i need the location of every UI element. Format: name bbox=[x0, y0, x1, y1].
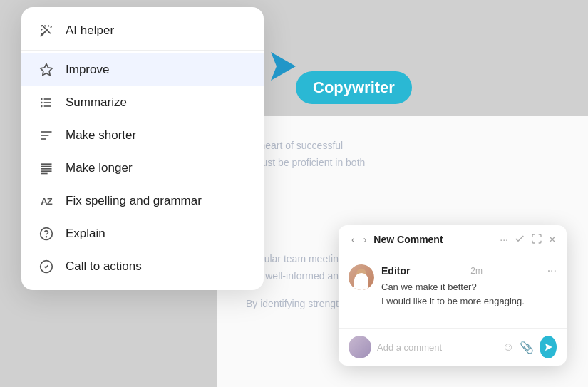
expand-icon[interactable] bbox=[531, 233, 542, 247]
menu-item-ai-helper[interactable]: AI helper bbox=[21, 14, 264, 47]
menu-item-make-longer[interactable]: Make longer bbox=[21, 152, 264, 185]
make-longer-label: Make longer bbox=[66, 161, 133, 175]
summarize-label: Summarize bbox=[66, 96, 127, 110]
improve-label: Improve bbox=[66, 63, 109, 77]
prev-comment-button[interactable]: ‹ bbox=[349, 232, 358, 247]
ai-menu-dropdown: AI helper Improve Summarize bbox=[21, 7, 264, 290]
question-icon bbox=[38, 226, 54, 242]
comment-header-actions: ··· ✕ bbox=[500, 233, 557, 247]
check-circle-icon bbox=[38, 259, 54, 274]
comment-input-area: ☺ 📎 bbox=[339, 328, 567, 366]
avatar bbox=[349, 264, 374, 290]
next-comment-button[interactable]: › bbox=[361, 232, 370, 247]
comment-entry: Editor 2m ··· Can we make it better?I wo… bbox=[349, 264, 557, 308]
svg-line-1 bbox=[41, 29, 48, 36]
lines-icon bbox=[38, 128, 54, 143]
ai-helper-label: AI helper bbox=[66, 24, 114, 38]
make-shorter-label: Make shorter bbox=[66, 128, 136, 143]
menu-item-improve[interactable]: Improve bbox=[21, 53, 264, 86]
emoji-icon[interactable]: ☺ bbox=[502, 341, 514, 354]
comment-panel: ‹ › New Comment ··· ✕ bbox=[339, 225, 567, 366]
comment-input-icons: ☺ 📎 bbox=[502, 341, 534, 354]
comment-more-icon[interactable]: ··· bbox=[547, 264, 557, 277]
reply-avatar bbox=[349, 336, 371, 358]
check-icon[interactable] bbox=[514, 233, 525, 247]
attachment-icon[interactable]: 📎 bbox=[520, 341, 534, 354]
avatar-figure bbox=[354, 273, 368, 290]
close-icon[interactable]: ✕ bbox=[548, 234, 557, 245]
fix-spelling-label: Fix spelling and grammar bbox=[66, 194, 202, 208]
comment-panel-header: ‹ › New Comment ··· ✕ bbox=[339, 225, 567, 254]
wand-icon bbox=[38, 23, 54, 38]
list-bullet-icon bbox=[38, 95, 54, 110]
copywriter-badge: Copywriter bbox=[296, 71, 412, 104]
lines-dense-icon bbox=[38, 160, 54, 176]
svg-marker-0 bbox=[271, 52, 296, 81]
menu-item-explain[interactable]: Explain bbox=[21, 217, 264, 250]
az-icon: AZ bbox=[38, 193, 54, 209]
svg-marker-20 bbox=[545, 344, 552, 351]
menu-item-call-to-actions[interactable]: Call to actions bbox=[21, 250, 264, 283]
comment-navigation: ‹ › bbox=[349, 232, 369, 247]
copywriter-label: Copywriter bbox=[313, 78, 395, 96]
star-icon bbox=[38, 62, 54, 78]
doc-para-1: he heart of successfuls must be proficie… bbox=[246, 138, 559, 239]
menu-item-fix-spelling[interactable]: AZ Fix spelling and grammar bbox=[21, 185, 264, 217]
comment-body: Editor 2m ··· Can we make it better?I wo… bbox=[339, 254, 567, 328]
more-options-icon[interactable]: ··· bbox=[500, 234, 508, 245]
comment-time: 2m bbox=[470, 266, 483, 276]
call-to-actions-label: Call to actions bbox=[66, 259, 142, 274]
avatar-image bbox=[349, 264, 374, 290]
comment-panel-title: New Comment bbox=[373, 234, 500, 245]
explain-label: Explain bbox=[66, 227, 105, 241]
comment-meta: Editor 2m ··· Can we make it better?I wo… bbox=[381, 264, 557, 308]
comment-text: Can we make it better?I would like it to… bbox=[381, 280, 557, 308]
comment-author-row: Editor 2m ··· bbox=[381, 264, 557, 277]
menu-item-make-shorter[interactable]: Make shorter bbox=[21, 119, 264, 152]
comment-input[interactable] bbox=[377, 342, 497, 353]
svg-marker-2 bbox=[41, 64, 53, 76]
comment-author: Editor bbox=[381, 265, 410, 277]
menu-divider-1 bbox=[21, 50, 264, 51]
send-button[interactable] bbox=[540, 336, 557, 358]
menu-item-summarize[interactable]: Summarize bbox=[21, 86, 264, 119]
